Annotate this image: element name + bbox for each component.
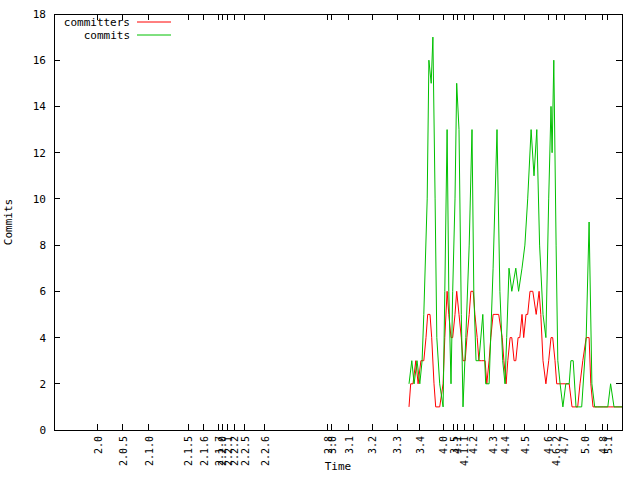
y-tick-label: 14: [33, 100, 47, 113]
x-tick-label: 2.0: [93, 436, 104, 454]
y-tick-label: 16: [33, 54, 46, 67]
y-axis-title: Commits: [2, 199, 15, 245]
y-tick-label: 10: [33, 193, 46, 206]
x-tick-label: 4.5: [520, 436, 531, 454]
y-tick-label: 6: [39, 285, 46, 298]
legend-label-commits: commits: [84, 29, 130, 42]
y-tick-label: 2: [39, 378, 46, 391]
y-tick-label: 4: [39, 332, 46, 345]
x-tick-label: 3.1: [344, 436, 355, 454]
x-tick-label: 4.7: [559, 436, 570, 454]
x-axis-title: Time: [325, 460, 352, 473]
y-tick-label: 12: [33, 147, 46, 160]
x-tick-label: 2.2.6: [260, 436, 271, 466]
y-tick-label: 18: [33, 8, 46, 21]
x-tick-label: 3.0: [327, 436, 338, 454]
x-tick-label: 2.2.5: [240, 436, 251, 466]
x-tick-label: 4.2: [468, 436, 479, 454]
x-tick-label: 3.4: [415, 436, 426, 454]
x-tick-label: 4.4: [500, 436, 511, 454]
x-tick-label: 2.1.0: [144, 436, 155, 466]
x-tick-label: 2.0.5: [118, 436, 129, 466]
x-tick-label: 2.1.6: [199, 436, 210, 466]
x-tick-label: 2.2.2: [229, 436, 240, 466]
x-tick-label: 3.3: [392, 436, 403, 454]
x-tick-label: 5.1: [603, 436, 614, 454]
commit-history-chart: 0246810121416182.02.0.52.1.02.1.52.1.62.…: [0, 0, 640, 480]
x-tick-label: 5.0: [580, 436, 591, 454]
x-tick-label: 4.0: [438, 436, 449, 454]
legend-label-committers: committers: [64, 16, 130, 29]
y-tick-label: 8: [39, 239, 46, 252]
y-tick-label: 0: [39, 424, 46, 437]
x-tick-label: 2.1.5: [183, 436, 194, 466]
x-tick-label: 3.2: [367, 436, 378, 454]
chart-canvas: 0246810121416182.02.0.52.1.02.1.52.1.62.…: [0, 0, 640, 480]
plot-border: [54, 14, 622, 430]
x-tick-label: 4.3: [488, 436, 499, 454]
